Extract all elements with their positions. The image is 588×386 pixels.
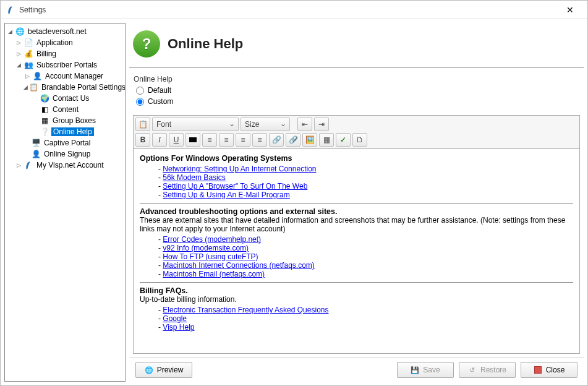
close-label: Close [546, 366, 565, 374]
font-select-label: Font [156, 120, 171, 129]
globe-icon: 🌐 [145, 366, 153, 374]
main-panel: Online Help Online Help Default Custom 📋… [129, 23, 584, 382]
indent-button[interactable]: ⇥ [314, 118, 329, 131]
radio-custom-input[interactable] [136, 98, 144, 106]
underline-button[interactable]: U [169, 133, 184, 147]
expander-icon[interactable]: ▷ [23, 72, 31, 80]
outdent-button[interactable]: ⇤ [297, 118, 312, 131]
footer-bar: 🌐 Preview 💾 Save ↺ Restore Close [129, 358, 584, 382]
contact-icon: 🌍 [40, 93, 49, 103]
tree-item-online-help[interactable]: ❔ Online Help [6, 126, 124, 137]
tree-label: Application [35, 38, 74, 47]
radio-default-label: Default [148, 86, 171, 95]
link-list: Error Codes (modemhelp.net)v92 Info (mod… [140, 235, 573, 278]
radio-custom-label: Custom [148, 97, 173, 106]
content-link[interactable]: Setting Up A "Browser" To Surf On The We… [163, 182, 307, 191]
content-link[interactable]: Error Codes (modemhelp.net) [163, 235, 261, 244]
spellcheck-button[interactable]: ✓ [336, 133, 351, 147]
settings-page-icon: 📋 [29, 82, 38, 92]
link-list: Electronic Transaction Frequently Asked … [140, 306, 573, 332]
section-divider [140, 203, 573, 204]
expander-icon[interactable]: ◢ [15, 61, 22, 69]
content-link[interactable]: Networking: Setting Up An Internet Conne… [163, 165, 316, 173]
expander-icon[interactable]: ◢ [6, 28, 14, 35]
tree-item-application[interactable]: ▷ 📄 Application [6, 37, 124, 48]
content-link[interactable]: Electronic Transaction Frequently Asked … [163, 306, 328, 314]
italic-button[interactable]: I [152, 133, 167, 147]
list-item: Electronic Transaction Frequently Asked … [158, 306, 573, 314]
align-left-button[interactable]: ≡ [202, 133, 217, 147]
tree-item-my-visp-account[interactable]: ▷ My Visp.net Account [6, 160, 124, 171]
radio-default[interactable]: Default [136, 86, 581, 95]
list-item: v92 Info (modemsite.com) [158, 244, 573, 252]
list-item: Macintosh Internet Connections (netfaqs.… [158, 261, 573, 270]
tree-item-brandable-portal-settings[interactable]: ◢ 📋 Brandable Portal Settings [6, 82, 124, 93]
tree-item-subscriber-portals[interactable]: ◢ 👥 Subscriber Portals [6, 59, 124, 71]
tree-label: Online Signup [43, 150, 92, 158]
expander-icon[interactable]: ◢ [23, 84, 28, 91]
tree-label: betacleversoft.net [27, 27, 88, 36]
tree-item-account-manager[interactable]: ▷ 👤 Account Manager [6, 71, 124, 82]
editor-area[interactable]: Options For Windows Operating SystemsNet… [133, 149, 580, 354]
align-justify-button[interactable]: ≡ [252, 133, 267, 147]
titlebar: Settings ✕ [1, 1, 587, 19]
expander-icon[interactable]: ▷ [15, 39, 22, 46]
content-link[interactable]: Macintosh Email (netfaqs.com) [163, 270, 265, 278]
expander-icon[interactable]: ▷ [15, 161, 22, 169]
list-item: 56k Modem Basics [158, 173, 573, 182]
tree-item-group-boxes[interactable]: ▦ Group Boxes [6, 115, 124, 126]
tree-label: Subscriber Portals [35, 61, 98, 69]
paste-button[interactable]: 📋 [135, 118, 150, 131]
section-heading: Advanced troubleshooting options and ext… [140, 207, 573, 216]
help-icon: ❔ [40, 127, 49, 137]
content-link[interactable]: Google [163, 314, 187, 323]
section-subtitle: These are external sites that have detai… [140, 216, 573, 233]
remove-link-button[interactable]: 🔗̸ [286, 133, 300, 147]
tree-label: Captive Portal [43, 139, 92, 147]
content-link[interactable]: Setting Up & Using An E-Mail Program [163, 191, 289, 199]
visp-icon [23, 160, 33, 170]
font-color-button[interactable] [185, 133, 200, 147]
restore-button: ↺ Restore [459, 362, 516, 378]
tree-item-captive-portal[interactable]: 🖥️ Captive Portal [6, 137, 124, 148]
insert-table-button[interactable]: ▦ [319, 133, 334, 147]
window-title: Settings [19, 6, 558, 14]
tree-label: Content [51, 105, 80, 114]
portal-icon: 👥 [23, 60, 33, 70]
tree-item-contact-us[interactable]: 🌍 Contact Us [6, 93, 124, 104]
application-icon: 📄 [23, 38, 33, 48]
online-help-hero-icon [133, 30, 160, 58]
content-link[interactable]: How To FTP (using cuteFTP) [163, 252, 258, 261]
restore-icon: ↺ [468, 366, 477, 374]
list-item: How To FTP (using cuteFTP) [158, 252, 573, 261]
align-right-button[interactable]: ≡ [236, 133, 250, 147]
list-item: Networking: Setting Up An Internet Conne… [158, 165, 573, 173]
content-link[interactable]: v92 Info (modemsite.com) [163, 244, 249, 252]
size-select[interactable]: Size [241, 118, 290, 131]
insert-image-button[interactable]: 🖼️ [302, 133, 317, 147]
content-link[interactable]: Macintosh Internet Connections (netfaqs.… [163, 261, 314, 270]
tree-label: Billing [35, 49, 58, 58]
tree-root[interactable]: ◢ 🌐 betacleversoft.net [6, 26, 124, 37]
window-close-button[interactable]: ✕ [558, 1, 582, 19]
content-link[interactable]: 56k Modem Basics [163, 173, 225, 182]
content-link[interactable]: Visp Help [163, 323, 194, 332]
radio-custom[interactable]: Custom [136, 97, 581, 106]
tree-item-content[interactable]: ◧ Content [6, 104, 124, 115]
radio-default-input[interactable] [136, 87, 144, 95]
insert-link-button[interactable]: 🔗 [269, 133, 284, 147]
bold-button[interactable]: B [135, 133, 150, 147]
font-select[interactable]: Font [152, 118, 239, 131]
tree-item-billing[interactable]: ▷ 💰 Billing [6, 48, 124, 59]
user-icon: 👤 [32, 71, 42, 81]
captive-portal-icon: 🖥️ [31, 138, 41, 148]
clear-format-button[interactable]: 🗋 [352, 133, 367, 147]
navigation-tree[interactable]: ◢ 🌐 betacleversoft.net ▷ 📄 Application ▷… [4, 23, 126, 382]
expander-icon[interactable]: ▷ [15, 50, 22, 58]
close-button[interactable]: Close [521, 362, 577, 378]
list-item: Setting Up & Using An E-Mail Program [158, 191, 573, 199]
tree-item-online-signup[interactable]: 👤 Online Signup [6, 148, 124, 160]
align-center-button[interactable]: ≡ [219, 133, 234, 147]
preview-button[interactable]: 🌐 Preview [135, 362, 192, 378]
page-title: Online Help [168, 36, 243, 52]
